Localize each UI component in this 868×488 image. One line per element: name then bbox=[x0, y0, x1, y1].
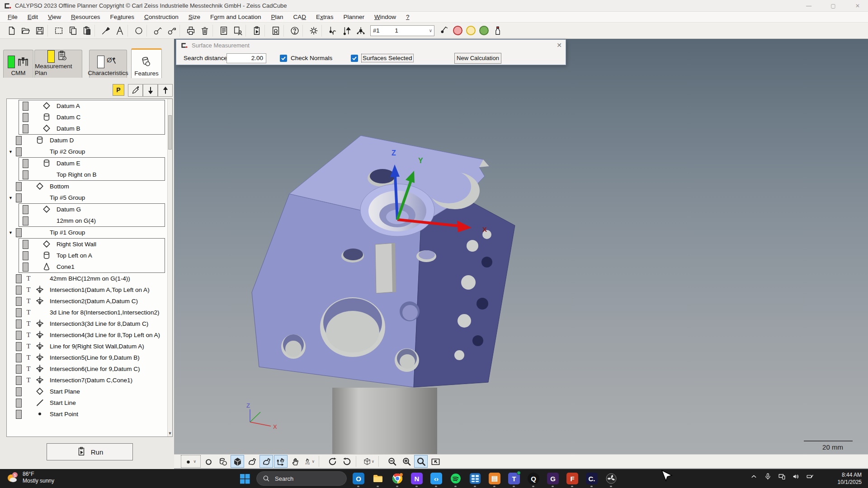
tree-item[interactable]: Start Line bbox=[7, 397, 167, 408]
tab-characteristics[interactable]: ØCharacteristics bbox=[89, 50, 127, 78]
circle-select-button[interactable] bbox=[202, 455, 215, 468]
printer-button[interactable] bbox=[184, 24, 198, 38]
scrollbar-down-arrow[interactable]: ▼ bbox=[168, 431, 172, 436]
pan-xyz-button[interactable]: XYZ∨ bbox=[303, 455, 316, 468]
tree-scrollbar[interactable]: ▼ bbox=[167, 99, 172, 436]
save-button[interactable] bbox=[33, 24, 47, 38]
taskbar-app-calculator[interactable] bbox=[467, 471, 483, 486]
p-toggle-button[interactable]: P bbox=[113, 84, 124, 96]
chevron-up-icon[interactable] bbox=[750, 473, 758, 480]
cad-viewport[interactable]: Z Y X Z X 20 mm ∨XYZ∨∨ bbox=[174, 39, 868, 469]
taskbar-app-outlook[interactable]: O bbox=[351, 471, 366, 486]
taskbar-clock[interactable]: 8:44 AM 10/1/2025 bbox=[838, 471, 862, 486]
probe-single-button[interactable] bbox=[437, 24, 451, 38]
tree-item[interactable]: ▼undefinedTip #5 Group bbox=[7, 192, 167, 203]
tree-item[interactable]: TIntersection2(Datum A,Datum C) bbox=[7, 296, 167, 307]
tree-item[interactable]: TIntersection1(Datum A,Top Left on A) bbox=[7, 284, 167, 296]
tree-item[interactable]: undefinedTop Right on B bbox=[19, 169, 165, 180]
zoom-out-button[interactable] bbox=[385, 455, 399, 468]
probe-change-button[interactable] bbox=[354, 24, 368, 38]
view-cube-button[interactable]: ∨ bbox=[363, 455, 376, 468]
taskbar-search[interactable]: Search bbox=[256, 471, 347, 486]
move-down-button[interactable] bbox=[143, 84, 158, 97]
pan-hand-button[interactable] bbox=[288, 455, 302, 468]
tree-item[interactable]: Datum B bbox=[19, 123, 165, 134]
copy-button[interactable] bbox=[66, 24, 80, 38]
tree-item[interactable]: Start Plane bbox=[7, 386, 167, 397]
solid-view-button[interactable] bbox=[231, 455, 244, 468]
scrollbar-thumb[interactable] bbox=[168, 115, 172, 150]
run-button[interactable]: Run bbox=[47, 443, 133, 460]
check-normals-checkbox[interactable]: Check Normals bbox=[280, 55, 332, 62]
bottle-icon-button[interactable] bbox=[491, 24, 505, 38]
tree-item[interactable]: Right Slot Wall bbox=[19, 239, 165, 250]
tree-item[interactable]: Tundefined42mm BHC(12mm on G(1-4)) bbox=[7, 273, 167, 284]
minimize-button[interactable]: — bbox=[803, 3, 815, 9]
menu-view[interactable]: View bbox=[43, 13, 66, 21]
rotate-cw-button[interactable] bbox=[326, 455, 339, 468]
brush-button[interactable] bbox=[99, 24, 113, 38]
taskbar-app-spotify[interactable] bbox=[448, 471, 463, 486]
caliper-button[interactable] bbox=[113, 24, 127, 38]
point-select-button[interactable]: ∨ bbox=[181, 455, 201, 468]
help-button[interactable] bbox=[288, 24, 302, 38]
rotate-ccw-button[interactable] bbox=[340, 455, 354, 468]
pan-axes-button[interactable] bbox=[274, 455, 288, 468]
probe-up-button[interactable] bbox=[340, 24, 354, 38]
tab-features[interactable]: Features bbox=[131, 48, 162, 78]
report-button[interactable] bbox=[217, 24, 231, 38]
surface-select-active-button[interactable] bbox=[259, 455, 273, 468]
taskbar-app-chrome[interactable] bbox=[390, 471, 405, 486]
feature-flag2-button[interactable] bbox=[165, 24, 179, 38]
probe-selector-dropdown[interactable]: #1 1 ∨ bbox=[370, 25, 434, 36]
tree-item[interactable]: Datum G bbox=[19, 204, 165, 215]
menu-plan[interactable]: Plan bbox=[266, 13, 288, 21]
tree-item[interactable]: TIntersection5(Line for 9,Datum B) bbox=[7, 352, 167, 363]
display-icon[interactable] bbox=[778, 473, 786, 480]
tree-item[interactable]: Datum E bbox=[19, 158, 165, 169]
tree-item[interactable]: Tundefined3d Line for 8(Intersection1,In… bbox=[7, 307, 167, 318]
taskbar-app-nvidia-app[interactable]: N bbox=[409, 471, 425, 486]
collapse-arrow-icon[interactable]: ▼ bbox=[9, 196, 13, 200]
tree-item[interactable]: TIntersection4(3d Line for 8,Top Left on… bbox=[7, 329, 167, 341]
menu-extras[interactable]: Extras bbox=[311, 13, 338, 21]
mic-icon[interactable] bbox=[764, 473, 772, 480]
fit-view-button[interactable] bbox=[429, 455, 442, 468]
tree-item[interactable]: TLine for 9(Right Slot Wall,Datum A) bbox=[7, 341, 167, 352]
feature-flag-button[interactable] bbox=[151, 24, 165, 38]
menu-cad[interactable]: CAD bbox=[288, 13, 311, 21]
surfaces-selected-checkbox[interactable]: Surfaces Selected bbox=[351, 54, 413, 62]
menu-?[interactable]: ? bbox=[401, 13, 415, 21]
menu-form-and-location[interactable]: Form and Location bbox=[205, 13, 266, 21]
maximize-button[interactable]: ▢ bbox=[827, 3, 839, 9]
zoom-window-button[interactable] bbox=[414, 455, 428, 468]
battery-pen-icon[interactable] bbox=[806, 473, 814, 480]
dialog-close-icon[interactable]: ✕ bbox=[557, 42, 562, 49]
tree-item[interactable]: Start Point bbox=[7, 408, 167, 420]
taskbar-app-teams[interactable]: T bbox=[506, 471, 522, 486]
menu-edit[interactable]: Edit bbox=[23, 13, 43, 21]
tree-item[interactable]: TIntersection3(3d Line for 8,Datum C) bbox=[7, 318, 167, 329]
new-document-button[interactable] bbox=[5, 24, 19, 38]
settings-gear-button[interactable] bbox=[307, 24, 321, 38]
light-red[interactable] bbox=[453, 26, 462, 35]
close-button[interactable]: ✕ bbox=[852, 3, 863, 9]
feature-select-button[interactable] bbox=[216, 455, 230, 468]
tree-item[interactable]: ▼undefinedTip #2 Group bbox=[7, 146, 167, 157]
dialog-title-bar[interactable]: Surface Measurement ✕ bbox=[176, 40, 566, 51]
move-up-button[interactable] bbox=[158, 84, 173, 97]
select-box-button[interactable] bbox=[52, 24, 66, 38]
collapse-arrow-icon[interactable]: ▼ bbox=[9, 230, 13, 235]
paste-button[interactable] bbox=[80, 24, 94, 38]
surface-select-button[interactable] bbox=[245, 455, 259, 468]
search-circle-button[interactable] bbox=[132, 24, 146, 38]
tree-item[interactable]: undefined12mm on G(4) bbox=[19, 215, 165, 226]
open-folder-button[interactable] bbox=[19, 24, 33, 38]
light-green[interactable] bbox=[479, 26, 489, 35]
weather-widget[interactable]: 5 86°F Mostly sunny bbox=[5, 471, 54, 484]
taskbar-app-q-app[interactable]: Q bbox=[526, 471, 541, 486]
search-distance-input[interactable]: 2.00 bbox=[226, 53, 266, 63]
tab-cmm[interactable]: CMM bbox=[3, 50, 33, 78]
tree-item[interactable]: Top Left on A bbox=[19, 250, 165, 261]
tree-item[interactable]: TIntersection6(Line for 9,Datum C) bbox=[7, 363, 167, 375]
